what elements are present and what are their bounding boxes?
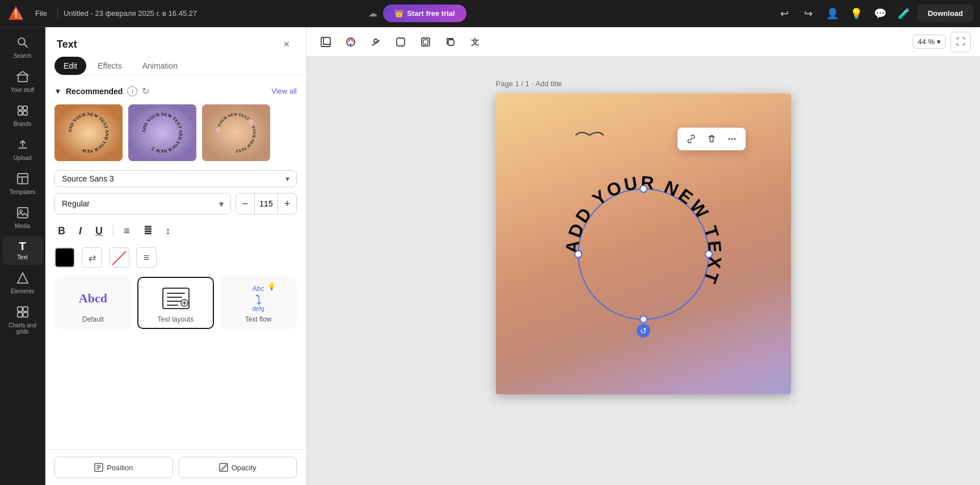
bold-button[interactable]: B xyxy=(54,223,69,239)
search-label: Search xyxy=(14,53,32,59)
svg-point-57 xyxy=(575,251,582,258)
share-button[interactable]: 👤 xyxy=(822,3,843,24)
sidebar-item-upload[interactable]: Upload xyxy=(2,134,43,166)
swap-color-button[interactable]: ⇄ xyxy=(82,247,102,268)
toolbar-copy-button[interactable] xyxy=(440,32,461,52)
brands-label: Brands xyxy=(14,121,32,127)
redo-button[interactable]: ↪ xyxy=(798,3,819,24)
lightbulb-button[interactable]: 💡 xyxy=(846,3,867,24)
text-panel: Text × Edit Effects Animation ▾ Recommen… xyxy=(45,27,306,485)
align-button[interactable]: ≡ xyxy=(120,223,133,239)
download-button[interactable]: Download xyxy=(918,5,973,22)
recommended-section-header: ▾ Recommended i ↻ View all xyxy=(54,85,297,98)
toolbar-crop-button[interactable] xyxy=(316,32,336,52)
position-button[interactable]: Position xyxy=(54,457,173,478)
spacing-button[interactable]: ↕ xyxy=(162,223,174,239)
sidebar-item-search[interactable]: Search xyxy=(2,32,43,64)
delete-button[interactable] xyxy=(703,130,721,148)
layout-default[interactable]: Abcd Default xyxy=(54,277,132,329)
topbar: File Untitled - 23 февраля 2025 г. в 16.… xyxy=(0,0,980,27)
text-color-swatch[interactable] xyxy=(54,247,75,268)
sidebar-item-text[interactable]: T Text xyxy=(2,236,43,265)
page-canvas[interactable]: ADD YOUR NEW TEXT xyxy=(496,94,791,394)
fullscreen-button[interactable]: ⛶ xyxy=(950,32,971,52)
font-style-selector[interactable]: Regular ▾ xyxy=(54,193,231,214)
size-increase-button[interactable]: + xyxy=(278,193,296,214)
opacity-button[interactable]: Opacity xyxy=(179,457,297,478)
media-icon xyxy=(16,206,29,221)
toolbar-translate-button[interactable]: 文 xyxy=(465,32,486,52)
view-all-button[interactable]: View all xyxy=(271,87,297,95)
zoom-control[interactable]: 44 % ▾ xyxy=(912,35,946,49)
home-icon xyxy=(16,70,29,85)
italic-button[interactable]: I xyxy=(75,223,85,239)
canvas-scroll[interactable]: Page 1 / 1 - Add title xyxy=(306,57,980,485)
comments-button[interactable]: 💬 xyxy=(870,3,890,24)
sidebar-item-media[interactable]: Media xyxy=(2,202,43,234)
svg-point-42 xyxy=(350,43,352,45)
size-decrease-button[interactable]: − xyxy=(236,193,254,214)
tab-edit[interactable]: Edit xyxy=(54,57,86,75)
toolbar-color-button[interactable] xyxy=(340,32,361,52)
more-options-button[interactable] xyxy=(723,130,741,148)
file-menu[interactable]: File xyxy=(31,7,52,20)
start-trial-button[interactable]: 👑 Start free trial xyxy=(383,5,466,22)
icon-nav: Search Your stuff Brands Upload Template… xyxy=(0,27,45,485)
size-input[interactable] xyxy=(254,193,278,214)
default-icon-area: Abcd xyxy=(76,285,110,312)
search-icon xyxy=(16,36,29,50)
font-selector[interactable]: Source Sans 3 ▾ xyxy=(54,170,297,187)
tab-animation[interactable]: Animation xyxy=(133,57,187,75)
tab-effects[interactable]: Effects xyxy=(89,57,131,75)
color-row: ⇄ ≡ xyxy=(54,247,297,268)
underline-button[interactable]: U xyxy=(92,223,106,239)
font-dropdown-arrow: ▾ xyxy=(285,174,289,183)
toolbar-shape-button[interactable] xyxy=(390,32,411,52)
canvas-area: 文 44 % ▾ ⛶ Page 1 / 1 - Add title xyxy=(306,27,980,485)
default-label: Default xyxy=(82,315,104,323)
svg-marker-16 xyxy=(18,273,28,283)
svg-point-51 xyxy=(734,138,735,140)
panel-close-button[interactable]: × xyxy=(279,36,295,52)
sidebar-item-brands[interactable]: Brands xyxy=(2,100,43,132)
svg-text:↺: ↺ xyxy=(640,326,647,335)
format-divider-1 xyxy=(113,225,113,237)
toolbar-effects-button[interactable] xyxy=(365,32,386,52)
sidebar-item-charts-grids[interactable]: Charts and grids xyxy=(2,301,43,339)
upload-icon xyxy=(16,138,29,153)
text-layouts-label: Text layouts xyxy=(158,315,194,323)
template-thumb-3[interactable]: 🌸 YOUR NEW TEXT 🌸 YOUR NEW TEXT xyxy=(202,104,270,161)
toolbar-frame-button[interactable] xyxy=(415,32,436,52)
info-icon[interactable]: i xyxy=(127,86,137,96)
template-thumb-1[interactable]: AND YOUR NEW TEXT AND YOUR NEW xyxy=(54,104,123,161)
bottom-buttons: Position Opacity xyxy=(45,449,306,485)
list-button[interactable]: ≣ xyxy=(140,222,155,239)
no-fill-button[interactable] xyxy=(109,247,129,268)
cloud-icon[interactable]: ☁ xyxy=(368,8,377,19)
style-dropdown-arrow: ▾ xyxy=(219,199,224,209)
sidebar-item-templates[interactable]: Templates xyxy=(2,168,43,200)
layout-text-layouts[interactable]: Text layouts xyxy=(137,277,214,329)
zoom-dropdown-icon: ▾ xyxy=(937,37,941,46)
layout-text-flow[interactable]: Abc ⤵ defg 💡 Text flow xyxy=(220,277,297,329)
undo-button[interactable]: ↩ xyxy=(775,3,795,24)
sidebar-item-your-stuff[interactable]: Your stuff xyxy=(2,66,43,98)
circular-text[interactable]: ADD YOUR NEW TEXT xyxy=(558,169,729,341)
panel-tabs: Edit Effects Animation xyxy=(45,57,306,75)
template-thumb-2[interactable]: ADD YOUR NEW TEXT ADD YOUR NEW T xyxy=(128,104,196,161)
color-menu-button[interactable]: ≡ xyxy=(136,247,157,268)
divider-1 xyxy=(57,8,58,19)
sidebar-item-elements[interactable]: Elements xyxy=(2,267,43,299)
default-text-icon: Abcd xyxy=(79,291,107,306)
page-label[interactable]: Page 1 / 1 - Add title xyxy=(496,79,791,88)
app-logo[interactable] xyxy=(7,5,25,23)
collapse-button[interactable]: ▾ xyxy=(54,85,61,98)
panel-content: ▾ Recommended i ↻ View all xyxy=(45,75,306,449)
canvas-toolbar: 文 44 % ▾ ⛶ xyxy=(306,27,980,57)
templates-icon xyxy=(16,172,29,187)
media-label: Media xyxy=(15,223,30,229)
link-button[interactable] xyxy=(682,130,700,148)
profile-button[interactable]: 🧪 xyxy=(894,3,914,24)
style-size-row: Regular ▾ − + xyxy=(54,193,297,214)
refresh-button[interactable]: ↻ xyxy=(142,86,149,96)
